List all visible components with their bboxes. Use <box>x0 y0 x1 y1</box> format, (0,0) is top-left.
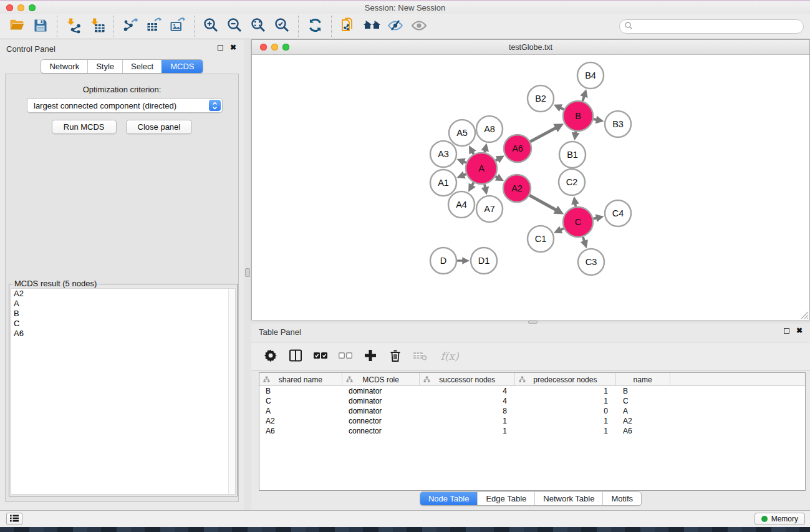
graph-node-A5[interactable]: A5 <box>449 120 475 146</box>
zoom-out-button[interactable] <box>223 14 246 38</box>
tab-mcds[interactable]: MCDS <box>162 60 202 73</box>
tab-style[interactable]: Style <box>87 60 122 73</box>
column-header-predecessor-nodes[interactable]: predecessor nodes <box>515 373 616 386</box>
table-cell[interactable]: 1 <box>420 416 516 426</box>
column-header-name[interactable]: name <box>616 373 670 386</box>
deselect-all-button[interactable] <box>336 347 355 365</box>
tab-node-table[interactable]: Node Table <box>420 492 478 505</box>
network-canvas[interactable]: AA1A2A3A4A5A6A7A8BB1B2B3B4CC1C2C3C4DD1 <box>252 55 809 320</box>
edge-B-B3[interactable] <box>593 116 604 124</box>
panel-splitter[interactable] <box>244 39 251 510</box>
column-header-successor-nodes[interactable]: successor nodes <box>420 373 515 386</box>
table-cell[interactable]: A6 <box>259 426 342 436</box>
list-item[interactable]: A6 <box>11 329 235 339</box>
column-header-MCDS-role[interactable]: MCDS role <box>342 373 420 386</box>
edge-A2-C[interactable] <box>529 195 564 214</box>
table-cell[interactable]: 1 <box>420 426 516 436</box>
edge-B-B4[interactable] <box>580 89 587 101</box>
task-history-button[interactable] <box>6 513 22 525</box>
graph-node-A2[interactable]: A2 <box>503 175 531 202</box>
apply-layout-button[interactable] <box>303 14 327 38</box>
graph-node-C2[interactable]: C2 <box>559 169 585 195</box>
table-cell[interactable]: C <box>259 396 342 406</box>
edge-D-D1[interactable] <box>457 257 470 264</box>
table-settings-button[interactable] <box>261 347 280 365</box>
table-cell[interactable]: 0 <box>516 406 617 416</box>
list-item[interactable]: B <box>11 309 235 319</box>
edge-C-C3[interactable] <box>581 237 588 248</box>
graph-node-B2[interactable]: B2 <box>528 85 554 112</box>
delete-table-button[interactable] <box>411 347 430 365</box>
edge-A6-B[interactable] <box>530 123 564 142</box>
edge-A-A8[interactable] <box>481 143 489 153</box>
tab-select[interactable]: Select <box>122 60 162 73</box>
table-cell[interactable]: C <box>617 396 671 406</box>
table-cell[interactable]: B <box>259 386 342 396</box>
edge-B-B1[interactable] <box>572 132 580 140</box>
graph-node-A7[interactable]: A7 <box>476 196 503 222</box>
table-cell[interactable]: dominator <box>342 396 420 406</box>
table-cell[interactable]: A6 <box>617 426 671 436</box>
export-table-button[interactable] <box>142 14 166 38</box>
edge-C-C2[interactable] <box>571 196 579 207</box>
function-builder-button[interactable]: f(x) <box>440 350 458 362</box>
graph-node-B1[interactable]: B1 <box>559 142 586 168</box>
zoom-in-button[interactable] <box>199 14 223 38</box>
table-cell[interactable]: B <box>617 386 671 396</box>
tab-network[interactable]: Network <box>41 60 87 73</box>
list-item[interactable]: C <box>11 319 235 329</box>
graph-node-A3[interactable]: A3 <box>430 141 456 167</box>
table-cell[interactable]: A <box>259 406 342 416</box>
create-column-button[interactable] <box>361 347 380 365</box>
table-cell[interactable]: 1 <box>516 396 617 406</box>
show-all-button[interactable] <box>407 14 431 38</box>
graph-node-C1[interactable]: C1 <box>528 226 554 252</box>
close-panel-button[interactable]: Close panel <box>126 120 193 134</box>
list-item[interactable]: A2 <box>11 289 235 299</box>
close-panel-icon[interactable]: ✖ <box>796 327 803 334</box>
edge-A-A1[interactable] <box>457 171 466 178</box>
float-panel-icon[interactable] <box>218 45 223 51</box>
edge-A-A3[interactable] <box>457 158 466 166</box>
table-row[interactable]: Cdominator41C <box>259 396 805 406</box>
open-session-button[interactable] <box>5 14 29 38</box>
new-network-from-selection-button[interactable] <box>336 14 360 38</box>
edge-C-C1[interactable] <box>554 226 564 233</box>
save-session-button[interactable] <box>29 14 52 38</box>
zoom-selected-button[interactable] <box>270 14 294 38</box>
table-row[interactable]: A6connector11A6 <box>259 426 805 436</box>
graph-node-D1[interactable]: D1 <box>471 248 497 274</box>
search-input[interactable] <box>633 21 803 32</box>
list-scrollbar[interactable] <box>228 289 235 494</box>
column-header-shared-name[interactable]: shared name <box>259 373 342 386</box>
table-row[interactable]: Bdominator41B <box>259 386 805 396</box>
table-cell[interactable]: 1 <box>516 386 617 396</box>
table-cell[interactable]: A2 <box>259 416 342 426</box>
table-cell[interactable]: 8 <box>420 406 516 416</box>
graph-node-C3[interactable]: C3 <box>578 249 604 275</box>
tab-network-table[interactable]: Network Table <box>534 492 602 505</box>
graph-node-C[interactable]: C <box>563 207 593 237</box>
edge-A-A5[interactable] <box>469 145 476 154</box>
export-image-button[interactable] <box>166 14 190 38</box>
import-table-button[interactable] <box>85 14 109 38</box>
edge-A-A4[interactable] <box>468 183 476 192</box>
search-field[interactable] <box>619 19 804 34</box>
zoom-fit-button[interactable] <box>246 14 270 38</box>
close-panel-icon[interactable]: ✖ <box>230 44 236 51</box>
memory-button[interactable]: Memory <box>755 513 805 525</box>
float-panel-icon[interactable] <box>784 328 789 334</box>
graph-node-D[interactable]: D <box>430 248 456 274</box>
edge-C-C4[interactable] <box>593 214 604 222</box>
table-cell[interactable]: 4 <box>420 396 516 406</box>
graph-node-A4[interactable]: A4 <box>448 191 475 218</box>
table-cell[interactable]: connector <box>342 416 420 426</box>
table-cell[interactable]: connector <box>342 426 420 436</box>
two-houses-button[interactable] <box>360 14 383 38</box>
graph-node-B3[interactable]: B3 <box>605 111 631 137</box>
splitter-handle[interactable] <box>245 268 250 277</box>
import-network-button[interactable] <box>62 14 85 38</box>
graph-node-A[interactable]: A <box>466 153 497 184</box>
graph-node-B4[interactable]: B4 <box>577 62 604 89</box>
graph-node-A6[interactable]: A6 <box>504 135 531 162</box>
